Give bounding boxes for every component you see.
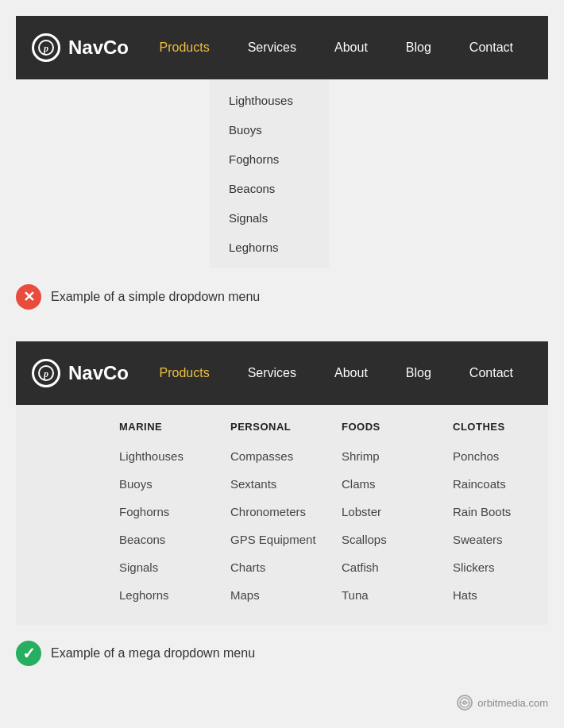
mega-col-personal: PERSONAL Compasses Sextants Chronometers… <box>230 421 342 609</box>
mega-item-shrimp[interactable]: Shrimp <box>342 442 440 470</box>
mega-item-tuna[interactable]: Tuna <box>342 581 440 609</box>
nav-about-2[interactable]: About <box>315 341 387 405</box>
mega-item-slickers[interactable]: Slickers <box>453 553 551 581</box>
example-label-mega: ✓ Example of a mega dropdown menu <box>0 625 564 682</box>
nav-blog-1[interactable]: Blog <box>387 16 450 79</box>
dropdown-item-signals[interactable]: Signals <box>210 203 329 233</box>
example-text-simple: Example of a simple dropdown menu <box>51 290 260 304</box>
nav-about-1[interactable]: About <box>315 16 387 79</box>
logo-text: NavCo <box>68 37 129 59</box>
mega-col-header-personal: PERSONAL <box>230 421 329 433</box>
mega-item-leghorns[interactable]: Leghorns <box>119 581 218 609</box>
section-mega: p NavCo Products Services About Blog Con… <box>0 341 564 625</box>
nav-products-2[interactable]: Products <box>141 341 229 405</box>
nav-services-1[interactable]: Services <box>229 16 315 79</box>
svg-text:p: p <box>43 368 48 379</box>
nav-links-simple: Products Services About Blog Contact <box>141 16 532 79</box>
orbit-icon <box>457 695 473 711</box>
mega-item-charts[interactable]: Charts <box>230 553 329 581</box>
section-simple: p NavCo Products Services About Blog Con… <box>0 0 564 268</box>
mega-item-compasses[interactable]: Compasses <box>230 442 329 470</box>
mega-item-gps[interactable]: GPS Equipment <box>230 526 329 553</box>
nav-products-1[interactable]: Products <box>141 16 229 79</box>
nav-contact-2[interactable]: Contact <box>450 341 532 405</box>
mega-item-hats[interactable]: Hats <box>453 581 551 609</box>
mega-item-buoys[interactable]: Buoys <box>119 470 218 498</box>
logo-simple[interactable]: p NavCo <box>32 33 129 62</box>
nav-blog-2[interactable]: Blog <box>387 341 450 405</box>
x-icon: ✕ <box>16 284 41 310</box>
mega-item-beacons[interactable]: Beacons <box>119 526 218 553</box>
mega-item-lighthouses[interactable]: Lighthouses <box>119 442 218 470</box>
check-icon: ✓ <box>16 641 41 666</box>
mega-col-header-foods: FOODS <box>342 421 440 433</box>
mega-col-header-marine: MARINE <box>119 421 218 433</box>
logo-icon-2: p <box>32 359 60 387</box>
example-text-mega: Example of a mega dropdown menu <box>51 646 255 661</box>
mega-item-scallops[interactable]: Scallops <box>342 526 440 553</box>
mega-item-clams[interactable]: Clams <box>342 470 440 498</box>
mega-item-raincoats[interactable]: Raincoats <box>453 470 551 498</box>
mega-item-rain-boots[interactable]: Rain Boots <box>453 498 551 526</box>
mega-dropdown: MARINE Lighthouses Buoys Foghorns Beacon… <box>16 405 548 625</box>
mega-item-catfish[interactable]: Catfish <box>342 553 440 581</box>
logo-mega[interactable]: p NavCo <box>32 359 129 387</box>
mega-col-marine: MARINE Lighthouses Buoys Foghorns Beacon… <box>119 421 230 609</box>
navbar-mega: p NavCo Products Services About Blog Con… <box>16 341 548 405</box>
mega-col-foods: FOODS Shrimp Clams Lobster Scallops Catf… <box>342 421 453 609</box>
dropdown-item-leghorns[interactable]: Leghorns <box>210 233 329 262</box>
mega-item-sweaters[interactable]: Sweaters <box>453 526 551 553</box>
mega-item-foghorns[interactable]: Foghorns <box>119 498 218 526</box>
mega-item-chronometers[interactable]: Chronometers <box>230 498 329 526</box>
mega-item-ponchos[interactable]: Ponchos <box>453 442 551 470</box>
logo-text-2: NavCo <box>68 362 129 384</box>
footer-watermark: orbitmedia.com <box>0 682 564 723</box>
dropdown-item-beacons[interactable]: Beacons <box>210 174 329 203</box>
mega-col-header-clothes: CLOTHES <box>453 421 551 433</box>
dropdown-item-lighthouses[interactable]: Lighthouses <box>210 86 329 115</box>
mega-item-maps[interactable]: Maps <box>230 581 329 609</box>
section-divider <box>0 325 564 341</box>
nav-links-mega: Products Services About Blog Contact <box>141 341 532 405</box>
logo-icon: p <box>32 33 60 62</box>
mega-item-lobster[interactable]: Lobster <box>342 498 440 526</box>
navbar-simple: p NavCo Products Services About Blog Con… <box>16 16 548 79</box>
mega-col-clothes: CLOTHES Ponchos Raincoats Rain Boots Swe… <box>453 421 564 609</box>
watermark-text: orbitmedia.com <box>477 697 548 709</box>
example-label-simple: ✕ Example of a simple dropdown menu <box>0 268 564 325</box>
mega-item-sextants[interactable]: Sextants <box>230 470 329 498</box>
mega-item-signals[interactable]: Signals <box>119 553 218 581</box>
dropdown-item-foghorns[interactable]: Foghorns <box>210 144 329 174</box>
svg-text:p: p <box>43 43 48 54</box>
dropdown-item-buoys[interactable]: Buoys <box>210 115 329 144</box>
nav-contact-1[interactable]: Contact <box>450 16 532 79</box>
simple-dropdown: Lighthouses Buoys Foghorns Beacons Signa… <box>210 79 329 268</box>
nav-services-2[interactable]: Services <box>229 341 315 405</box>
